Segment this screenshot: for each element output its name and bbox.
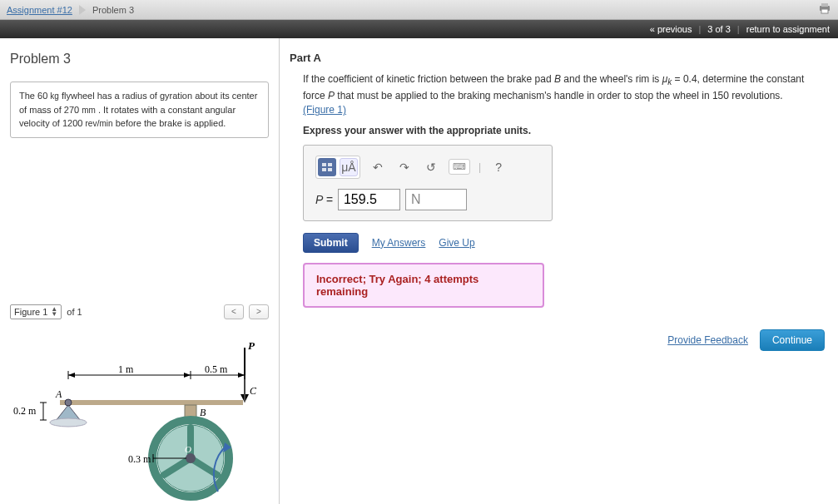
- svg-rect-30: [322, 168, 326, 171]
- answer-value-input[interactable]: [338, 189, 400, 210]
- part-a-question: If the coefficient of kinetic friction b…: [303, 72, 828, 118]
- label-A: A: [55, 388, 62, 400]
- label-P: P: [248, 339, 255, 352]
- figure-prev-button[interactable]: <: [224, 304, 244, 319]
- updown-icon: ▲▼: [51, 307, 57, 317]
- svg-point-6: [50, 418, 87, 427]
- template-buttons: μÅ: [315, 156, 360, 179]
- answer-row: P =: [315, 189, 540, 210]
- svg-rect-3: [60, 400, 243, 405]
- nav-separator: |: [698, 24, 701, 34]
- problem-title: Problem 3: [10, 52, 269, 67]
- print-icon[interactable]: [818, 2, 831, 17]
- nav-previous[interactable]: « previous: [647, 24, 696, 34]
- svg-rect-1: [821, 3, 828, 7]
- give-up-link[interactable]: Give Up: [439, 237, 474, 249]
- breadcrumb-bar: Assignment #12 Problem 3: [0, 0, 838, 20]
- label-O: O: [185, 444, 191, 454]
- continue-button[interactable]: Continue: [760, 329, 825, 351]
- figure-select-label: Figure 1: [14, 307, 47, 317]
- breadcrumb-assignment-link[interactable]: Assignment #12: [7, 5, 72, 15]
- nav-bar: « previous | 3 of 3 | return to assignme…: [0, 20, 838, 38]
- dim-02m: 0.2 m: [13, 405, 37, 417]
- submit-button[interactable]: Submit: [303, 233, 359, 253]
- right-footer: Provide Feedback Continue: [290, 329, 828, 351]
- svg-rect-28: [322, 163, 326, 166]
- text: that must be applied to the braking mech…: [335, 90, 783, 101]
- unit-mm: mm: [82, 106, 96, 115]
- unit-min: min: [99, 119, 112, 128]
- svg-rect-31: [328, 168, 332, 171]
- figure-diagram: P C B A O 1 m 0.5 m 0.2 m 0.3 m: [10, 329, 260, 505]
- redo-icon[interactable]: ↷: [395, 158, 414, 176]
- svg-rect-29: [328, 163, 332, 166]
- text: and the wheel's rim is: [561, 73, 662, 85]
- units-hint-button[interactable]: μÅ: [340, 158, 358, 176]
- dim-1m: 1 m: [118, 363, 134, 375]
- feedback-incorrect: Incorrect; Try Again; 4 attempts remaini…: [303, 263, 544, 308]
- label-B: B: [200, 407, 206, 418]
- nav-separator: |: [737, 24, 740, 34]
- answer-unit-input[interactable]: [405, 189, 467, 210]
- problem-statement: The 60 kg flywheel has a radius of gyrat…: [10, 82, 269, 138]
- express-instruction: Express your answer with the appropriate…: [303, 125, 828, 136]
- dim-03m: 0.3 m: [128, 453, 151, 465]
- nav-count: 3 of 3: [704, 24, 734, 34]
- answer-label: P =: [315, 193, 333, 206]
- var-B: B: [554, 73, 561, 85]
- figure-1-link[interactable]: (Figure 1): [303, 104, 346, 116]
- answer-box: μÅ ↶ ↷ ↺ ⌨ | ? P =: [303, 145, 553, 221]
- svg-marker-22: [238, 373, 245, 378]
- chevron-right-icon: [79, 5, 86, 15]
- unit-kg: kg: [50, 91, 59, 101]
- reset-icon[interactable]: ↺: [422, 158, 440, 176]
- left-column: Problem 3 The 60 kg flywheel has a radiu…: [0, 38, 280, 504]
- keyboard-icon[interactable]: ⌨: [449, 159, 470, 175]
- text: If the coefficient of kinetic friction b…: [303, 73, 554, 85]
- var-P: P: [328, 90, 335, 101]
- svg-point-5: [65, 399, 72, 406]
- svg-marker-19: [184, 373, 191, 378]
- svg-rect-2: [821, 9, 828, 13]
- provide-feedback-link[interactable]: Provide Feedback: [667, 334, 748, 346]
- text: before the brake is applied.: [113, 118, 226, 128]
- unit-rev: rev: [86, 119, 97, 128]
- figure-of-text: of 1: [67, 307, 82, 317]
- figure-selector-bar: Figure 1 ▲▼ of 1 < >: [10, 304, 269, 319]
- svg-marker-18: [68, 373, 75, 378]
- text: The 60: [19, 91, 50, 101]
- part-a-title: Part A: [290, 52, 828, 64]
- nav-return[interactable]: return to assignment: [743, 24, 833, 34]
- answer-toolbar: μÅ ↶ ↷ ↺ ⌨ | ?: [315, 156, 540, 179]
- figure-next-button[interactable]: >: [249, 304, 269, 319]
- dim-05m: 0.5 m: [205, 363, 228, 375]
- my-answers-link[interactable]: My Answers: [372, 237, 426, 249]
- help-icon[interactable]: ?: [489, 158, 508, 176]
- figure-select[interactable]: Figure 1 ▲▼: [10, 304, 62, 319]
- label-C: C: [250, 385, 257, 397]
- template-button[interactable]: [318, 158, 336, 176]
- submit-row: Submit My Answers Give Up: [303, 233, 828, 253]
- svg-point-10: [186, 453, 196, 463]
- breadcrumb-current: Problem 3: [92, 5, 134, 15]
- undo-icon[interactable]: ↶: [369, 158, 387, 176]
- toolbar-sep: |: [479, 161, 481, 173]
- right-column: Part A If the coefficient of kinetic fri…: [280, 38, 838, 504]
